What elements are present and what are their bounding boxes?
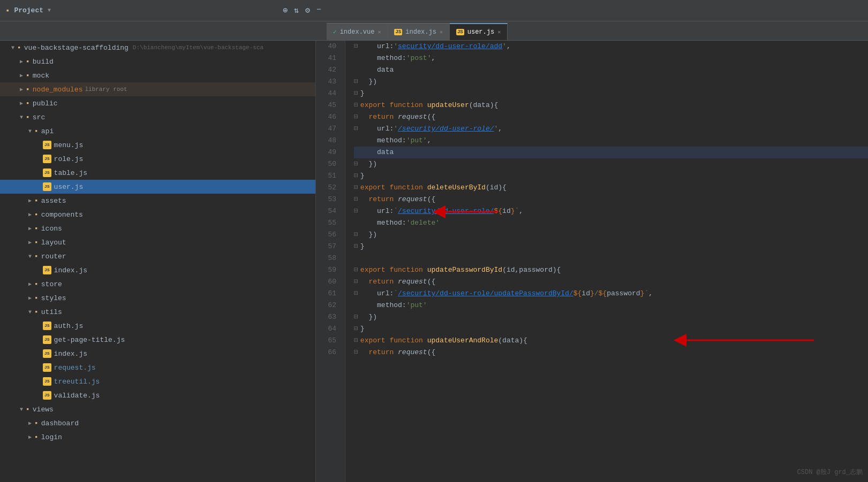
tree-item-utils[interactable]: ▼ ▪ utils xyxy=(0,305,315,319)
folder-icon-components: ▪ xyxy=(34,211,39,219)
root-label: vue-backstage-scaffolding xyxy=(24,44,129,52)
fold-icon-44: ⊟ xyxy=(354,88,358,100)
code-line-62: ⊟ method:'put' xyxy=(354,300,868,311)
project-label: Project xyxy=(14,6,43,14)
tree-item-store[interactable]: ▶ ▪ store xyxy=(0,277,315,291)
folder-icon-layout: ▪ xyxy=(34,239,39,247)
tree-item-auth-js[interactable]: ▶ JS auth.js xyxy=(0,319,315,333)
fold-icon-45: ⊟ xyxy=(354,100,358,111)
tree-item-root[interactable]: ▼ ▪ vue-backstage-scaffolding D:\bianche… xyxy=(0,41,315,55)
code-line-45: ⊟ export function updateUser(data){ xyxy=(354,100,868,111)
js-icon-validate: JS xyxy=(43,391,51,400)
ln-63: 63 xyxy=(316,311,341,323)
tree-item-role-js[interactable]: ▶ JS role.js xyxy=(0,152,315,166)
tree-item-router[interactable]: ▼ ▪ router xyxy=(0,249,315,263)
arrow-utils: ▼ xyxy=(26,309,34,315)
label-request-js: request.js xyxy=(54,364,96,372)
tree-item-request-js[interactable]: ▶ JS request.js xyxy=(0,361,315,374)
folder-icon-mock: ▪ xyxy=(26,72,30,80)
ln-60: 60 xyxy=(316,276,341,288)
js-icon-2: JS xyxy=(456,29,464,35)
code-line-60: ⊟ return request({ xyxy=(354,276,868,288)
tree-item-api[interactable]: ▼ ▪ api xyxy=(0,124,315,138)
tree-item-utils-index-js[interactable]: ▶ JS index.js xyxy=(0,347,315,361)
tab-label-user-js: user.js xyxy=(467,28,494,36)
tree-item-views[interactable]: ▼ ▪ views xyxy=(0,402,315,416)
label-validate-js: validate.js xyxy=(54,392,100,400)
tree-item-components[interactable]: ▶ ▪ components xyxy=(0,208,315,221)
tree-item-menu-js[interactable]: ▶ JS menu.js xyxy=(0,138,315,152)
ln-45: 45 xyxy=(316,100,341,111)
tree-item-src[interactable]: ▼ ▪ src xyxy=(0,110,315,124)
tree-item-styles[interactable]: ▶ ▪ styles xyxy=(0,291,315,305)
globe-icon[interactable]: ⊕ xyxy=(283,5,288,16)
filter-icon[interactable]: ⇅ xyxy=(294,5,299,16)
code-line-61: ⊟ url:`/security/dd-user-role/updatePass… xyxy=(354,288,868,300)
tree-item-validate-js[interactable]: ▶ JS validate.js xyxy=(0,388,315,402)
arrow-views: ▼ xyxy=(17,407,26,412)
arrow-styles: ▶ xyxy=(26,295,34,301)
tree-item-table-js[interactable]: ▶ JS table.js xyxy=(0,166,315,180)
fold-icon-63: ⊟ xyxy=(354,311,358,323)
ln-49: 49 xyxy=(316,147,341,158)
arrow-layout: ▶ xyxy=(26,239,34,246)
tree-item-get-page-title[interactable]: ▶ JS get-page-title.js xyxy=(0,333,315,347)
arrow-icon: ▼ xyxy=(9,45,17,51)
label-dashboard: dashboard xyxy=(41,419,79,427)
tree-item-login[interactable]: ▶ ▪ login xyxy=(0,430,315,444)
folder-icon-views: ▪ xyxy=(26,406,30,414)
js-icon-auth: JS xyxy=(43,322,51,330)
tree-item-assets[interactable]: ▶ ▪ assets xyxy=(0,194,315,208)
folder-icon-src: ▪ xyxy=(26,113,30,121)
tree-item-node-modules[interactable]: ▶ ▪ node_modules library root xyxy=(0,82,315,96)
tree-item-layout[interactable]: ▶ ▪ layout xyxy=(0,235,315,249)
close-icon-3[interactable]: ✕ xyxy=(497,29,501,35)
code-line-48: ⊟ method:'put', xyxy=(354,135,868,147)
ln-55: 55 xyxy=(316,217,341,229)
dropdown-icon[interactable]: ▼ xyxy=(48,7,51,13)
tab-label-index-vue: index.vue xyxy=(340,28,375,36)
label-public: public xyxy=(33,100,58,108)
arrow-login: ▶ xyxy=(26,434,34,440)
folder-icon-utils: ▪ xyxy=(34,308,39,316)
code-editor[interactable]: 40 41 42 43 44 45 46 47 48 49 50 51 52 5… xyxy=(316,41,868,482)
label-login: login xyxy=(41,433,62,441)
tab-label-index-js: index.js xyxy=(405,28,436,36)
close-icon[interactable]: ✕ xyxy=(378,29,381,35)
tree-item-public[interactable]: ▶ ▪ public xyxy=(0,96,315,110)
label-views: views xyxy=(33,406,54,414)
tree-item-mock[interactable]: ▶ ▪ mock xyxy=(0,68,315,82)
tree-item-build[interactable]: ▶ ▪ build xyxy=(0,55,315,68)
tree-item-icons[interactable]: ▶ ▪ icons xyxy=(0,221,315,235)
library-root-label: library root xyxy=(85,86,127,93)
label-icons: icons xyxy=(41,225,62,233)
code-line-66: ⊟ return request({ xyxy=(354,347,868,358)
js-icon-table: JS xyxy=(43,169,51,177)
code-line-49: ⊟ data xyxy=(354,147,868,158)
tree-item-dashboard[interactable]: ▶ ▪ dashboard xyxy=(0,416,315,430)
close-icon-2[interactable]: ✕ xyxy=(440,29,443,35)
tab-index-vue[interactable]: ✓ index.vue ✕ xyxy=(327,23,388,40)
arrow-build: ▶ xyxy=(17,58,26,65)
arrow-api: ▼ xyxy=(26,128,34,134)
tree-item-user-js[interactable]: ▶ JS user.js xyxy=(0,180,315,194)
gear-icon[interactable]: ⚙ xyxy=(305,5,310,16)
ln-64: 64 xyxy=(316,323,341,335)
label-router-index-js: index.js xyxy=(54,266,87,274)
fold-icon-51: ⊟ xyxy=(354,170,358,182)
js-icon: JS xyxy=(394,29,402,35)
tab-index-js[interactable]: JS index.js ✕ xyxy=(388,23,449,40)
ln-42: 42 xyxy=(316,64,341,76)
tree-item-treeutil-js[interactable]: ▶ JS treeutil.js xyxy=(0,374,315,388)
code-line-53: ⊟ return request({ xyxy=(354,194,868,205)
ln-61: 61 xyxy=(316,288,341,300)
ln-62: 62 xyxy=(316,300,341,311)
label-auth-js: auth.js xyxy=(54,322,84,330)
tree-item-router-index-js[interactable]: ▶ JS index.js xyxy=(0,263,315,277)
minimize-icon[interactable]: − xyxy=(316,5,321,16)
fold-icon-47: ⊟ xyxy=(354,123,358,135)
tab-user-js[interactable]: JS user.js ✕ xyxy=(450,23,508,40)
ln-56: 56 xyxy=(316,229,341,241)
label-styles: styles xyxy=(41,294,66,302)
label-menu-js: menu.js xyxy=(54,141,84,149)
